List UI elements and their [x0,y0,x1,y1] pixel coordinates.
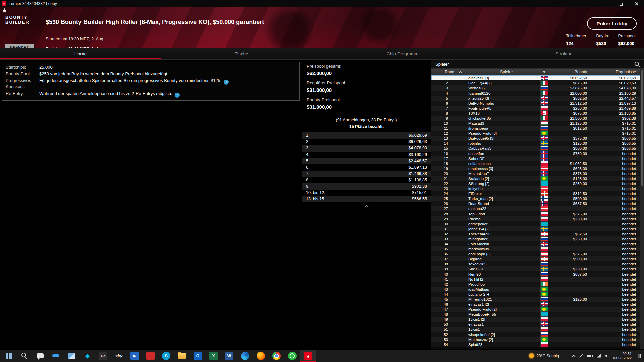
column-header-ergebnisse[interactable]: Ergebnisse [587,70,640,74]
utorrent-app[interactable] [143,350,158,362]
action-center-icon[interactable] [636,354,641,358]
weather-widget[interactable]: 23°C Sonnig [529,353,559,358]
column-header-player[interactable]: Spieler [475,70,538,74]
player-row[interactable]: 23 kokynho beendet [431,186,640,191]
clock[interactable]: 09:31 03.08.2022 [613,352,632,360]
tray-expand-icon[interactable] [572,355,575,358]
player-row[interactable]: 28 Top Grind $375,00 beendet [431,211,640,216]
chat-app[interactable] [32,350,48,362]
player-row[interactable]: 42 Proudflop beendet [431,282,640,287]
player-row[interactable]: 51 1viciii1 beendet [431,327,640,332]
word-app[interactable]: W [221,350,237,362]
chrome-app[interactable] [269,350,284,362]
player-row[interactable]: 24 ElDaxor $312,50 beendet [431,191,640,196]
photos-app[interactable] [64,350,79,362]
player-row[interactable]: 7 FouEnculePL $250,00 $1.469,88 [431,106,640,111]
player-row[interactable]: 47 Pseudo Fruto [2] beendet [431,307,640,312]
player-row[interactable]: 13 BigFudge95 [3] $375,00 $566,55 [431,136,640,141]
player-row[interactable]: 20 MezuuUuuT $375,00 beendet [431,171,640,176]
column-header-bounty[interactable]: Bounty [550,70,587,74]
player-row[interactable]: 31 johbe954 [2] beendet [431,226,640,231]
start-button[interactable] [1,350,16,362]
tab-struktur[interactable]: Struktur [483,48,644,59]
player-row[interactable]: 16 dash4fun $750,00 beendet [431,151,640,156]
player-row[interactable]: 5 x_zola25 [3] $562,50 $2.448,57 [431,96,640,101]
onedrive-app[interactable] [48,350,64,362]
search-icon[interactable] [634,61,640,67]
player-row[interactable]: 48 MegaBobeR_55 beendet [431,312,640,317]
pen-icon[interactable] [579,354,583,358]
player-row[interactable]: 8 T0X16- $875,00 $1.138,85 [431,111,640,116]
excel-app[interactable]: X [206,350,221,362]
tab-home[interactable]: Home [0,48,161,59]
restore-button[interactable] [613,0,629,7]
poker-lobby-button[interactable]: Poker-Lobby [587,17,637,30]
geforce-app[interactable]: Ga [95,350,111,362]
column-header-flag[interactable]: ⚑ [538,70,550,74]
player-row[interactable]: 34 Fold Machiii beendet [431,241,640,246]
player-row[interactable]: 32 TheRealAdiG $62,50 beendet [431,231,640,236]
sky-app[interactable]: sky [111,350,127,362]
player-row[interactable]: 36 dodi papa [3] $375,00 beendet [431,251,640,256]
player-row[interactable]: 4 Igammi|€120 $2.000,00 $3.160,29 [431,90,640,96]
skype-app[interactable]: S [158,350,174,362]
outlook-app[interactable]: O [190,350,206,362]
player-row[interactable]: 25 Turko_man [2] $500,00 beendet [431,196,640,201]
scrollbar-thumb[interactable] [641,70,643,186]
player-row[interactable]: 37 Bigprad $500,00 beendet [431,256,640,261]
player-row[interactable]: 15 CaLLvaRais3 $500,00 $566,55 [431,146,640,151]
edge-app[interactable] [237,350,253,362]
info-icon[interactable]: i [175,93,180,98]
player-row[interactable]: 40 klem90 $687,50 beendet [431,272,640,277]
player-row[interactable]: 17 SobeeDF beendet [431,156,640,161]
player-row[interactable]: 30 grimepoker beendet [431,221,640,226]
search-button[interactable] [16,350,32,362]
player-row[interactable]: 18 snifamtiplaco $1.062,50 beendet [431,161,640,166]
player-row[interactable]: 12 Pseudo Fruto [3] $715,01 [431,131,640,136]
info-icon[interactable]: i [224,80,229,85]
player-row[interactable]: 45 MrTermo1021 $125,00 beendet [431,297,640,302]
close-button[interactable] [629,0,644,7]
firefox-app[interactable] [253,350,269,362]
player-row[interactable]: 2 Qee... :)AA[2] $875,00 $6.029,63 [431,80,640,85]
player-row[interactable]: 53 Mat.huszcz [2] beendet [431,337,640,342]
player-row[interactable]: 38 sexdevil85 beendet [431,261,640,266]
player-row[interactable]: 6 BetForNympho $1.312,50 $1.897,13 [431,101,640,106]
player-row[interactable]: 14 robinho $125,00 $566,55 [431,141,640,146]
whatsapp-app[interactable] [284,350,300,362]
webex-app[interactable]: ◆ [79,350,95,362]
explorer-app[interactable] [174,350,190,362]
player-row[interactable]: 10 Maqsad3 $1.125,00 $715,01 [431,121,640,126]
battery-icon[interactable] [587,355,593,357]
player-row[interactable]: 50 elnavas1 beendet [431,322,640,327]
player-row[interactable]: 39 Sne1231 $250,00 beendet [431,266,640,272]
player-row[interactable]: 29 Phemo $250,00 beendet [431,216,640,221]
pokerstars-app[interactable]: ♠ [300,350,316,362]
video-app[interactable]: ▶ [127,350,143,362]
player-row[interactable]: 33 mindgamer $250,00 beendet [431,236,640,241]
player-row[interactable]: 1 elnavas1 [3] $8.062,50 $6.029,69 [431,75,640,80]
player-row[interactable]: 41 NoTilit [2] beendet [431,277,640,282]
player-row[interactable]: 54 Splatt23 beendet [431,342,640,347]
tab-tische[interactable]: Tische [161,48,322,59]
player-row[interactable]: 22 SSstrong [2] $250,00 beendet [431,181,640,186]
player-row[interactable]: 35 markovitsus beendet [431,246,640,251]
collapse-chevron-icon[interactable] [364,205,369,209]
volume-icon[interactable] [605,354,609,358]
player-row[interactable]: 52 wisopekeño! [2] beendet [431,332,640,337]
player-row[interactable]: 21 Sralando [2] $125,00 beendet [431,176,640,181]
tab-chip-diagramm[interactable]: Chip-Diagramm [322,48,483,59]
minimize-button[interactable] [598,0,613,7]
player-row[interactable]: 44 Luciano S.H beendet [431,292,640,297]
column-header-rank[interactable]: Rang [431,70,475,74]
player-row[interactable]: 26 Roar Strand $687,50 beendet [431,201,640,206]
player-row[interactable]: 9 chickpoker85 $1.500,00 $902,38 [431,116,640,121]
player-row[interactable]: 19 empiressss [3] $625,00 beendet [431,166,640,171]
network-icon[interactable] [597,354,601,358]
player-row[interactable]: 11 ifromsiberia $812,50 $715,01 [431,126,640,131]
player-row[interactable]: 27 makuba22 beendet [431,206,640,211]
player-row[interactable]: 3 Wertos85 $3.875,00 $4.078,90 [431,85,640,90]
players-scrollbar[interactable] [640,69,644,349]
player-row[interactable]: 49 1viciii1 [2] beendet [431,317,640,322]
player-row[interactable]: 43 joaoMathias beendet [431,287,640,292]
